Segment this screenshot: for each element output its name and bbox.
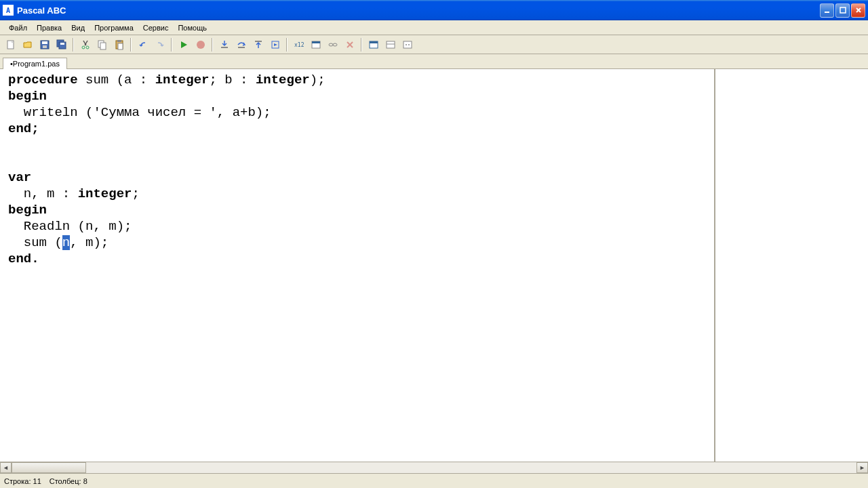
tab-program1[interactable]: •Program1.pas (3, 58, 67, 69)
right-panel (715, 69, 868, 462)
window-controls (820, 3, 865, 18)
menubar: Файл Правка Вид Программа Сервис Помощь (0, 20, 868, 35)
svg-rect-34 (387, 41, 395, 48)
svg-rect-19 (118, 43, 123, 49)
form-designer-icon[interactable] (366, 37, 381, 52)
undo-icon[interactable] (135, 37, 151, 52)
link-icon[interactable] (325, 37, 340, 52)
svg-point-28 (329, 43, 333, 46)
svg-point-20 (197, 41, 205, 49)
svg-point-38 (408, 44, 410, 45)
toolbar: x123 (0, 35, 868, 54)
statusbar: Строка: 11 Столбец: 8 (0, 473, 868, 488)
form-tab-icon[interactable] (382, 37, 398, 52)
step-over-icon[interactable] (233, 37, 249, 52)
svg-text:x123: x123 (294, 42, 304, 48)
keyword: var (8, 170, 31, 185)
svg-rect-36 (403, 41, 412, 48)
tabbar: •Program1.pas (0, 54, 868, 69)
svg-rect-22 (238, 47, 245, 48)
keyword: begin (8, 203, 47, 218)
copy-icon[interactable] (94, 37, 110, 52)
menu-edit[interactable]: Правка (32, 22, 66, 33)
window-icon[interactable] (308, 37, 323, 52)
step-into-icon[interactable] (216, 37, 232, 52)
menu-view[interactable]: Вид (66, 22, 90, 33)
scroll-track[interactable] (12, 462, 856, 473)
delete-icon[interactable] (342, 37, 357, 52)
keyword: end. (8, 251, 39, 266)
keyword: integer (256, 73, 310, 87)
status-line: Строка: 11 (4, 477, 41, 485)
separator (73, 38, 74, 52)
maximize-button[interactable] (835, 3, 850, 18)
separator (361, 38, 362, 52)
scroll-thumb[interactable] (12, 462, 86, 473)
redo-icon[interactable] (152, 37, 167, 52)
keyword: end; (8, 121, 39, 136)
menu-file[interactable]: Файл (4, 22, 32, 33)
separator (286, 38, 288, 52)
keyword: begin (8, 89, 47, 104)
scroll-right-icon[interactable]: ► (856, 462, 868, 473)
svg-rect-7 (43, 45, 47, 48)
open-file-icon[interactable] (20, 37, 35, 52)
svg-point-13 (82, 46, 85, 49)
svg-point-29 (333, 43, 337, 46)
save-icon[interactable] (37, 37, 52, 52)
minimize-button[interactable] (820, 3, 834, 18)
svg-rect-1 (840, 7, 846, 13)
menu-program[interactable]: Программа (90, 22, 138, 33)
scroll-left-icon[interactable]: ◄ (0, 462, 12, 473)
code-editor[interactable]: procedure sum (a : integer; b : integer)… (0, 69, 715, 462)
menu-help[interactable]: Помощь (173, 22, 212, 33)
stop-icon[interactable] (193, 37, 208, 52)
svg-rect-18 (117, 40, 121, 42)
separator (171, 38, 172, 52)
menu-service[interactable]: Сервис (138, 22, 174, 33)
svg-rect-6 (42, 41, 47, 44)
svg-point-14 (86, 46, 89, 49)
paste-icon[interactable] (111, 37, 127, 52)
keyword: integer (78, 186, 132, 201)
app-icon: A (3, 5, 14, 16)
titlebar: A Pascal ABC (0, 0, 868, 20)
form-code-icon[interactable] (399, 37, 415, 52)
run-to-cursor-icon[interactable] (267, 37, 283, 52)
keyword: procedure (8, 73, 78, 87)
selected-text: n (62, 235, 70, 250)
svg-rect-0 (825, 12, 829, 13)
string-literal: 'Сумма чисел = ' (93, 105, 216, 120)
app-title: Pascal ABC (17, 5, 820, 16)
svg-rect-16 (100, 43, 106, 49)
save-all-icon[interactable] (54, 37, 69, 52)
svg-rect-10 (60, 43, 64, 45)
svg-rect-33 (370, 41, 378, 43)
keyword: integer (155, 73, 210, 87)
separator (212, 38, 213, 52)
main-area: procedure sum (a : integer; b : integer)… (0, 69, 868, 473)
status-column: Столбец: 8 (50, 477, 87, 485)
close-button[interactable] (851, 3, 865, 18)
new-file-icon[interactable] (3, 37, 18, 52)
svg-rect-27 (312, 41, 320, 43)
watch-icon[interactable]: x123 (291, 37, 307, 52)
svg-point-37 (406, 44, 407, 45)
step-out-icon[interactable] (250, 37, 266, 52)
run-icon[interactable] (176, 37, 191, 52)
horizontal-scrollbar[interactable]: ◄ ► (0, 462, 868, 473)
cut-icon[interactable] (77, 37, 93, 52)
separator (130, 38, 132, 52)
svg-rect-23 (255, 41, 262, 42)
svg-rect-21 (221, 47, 228, 48)
